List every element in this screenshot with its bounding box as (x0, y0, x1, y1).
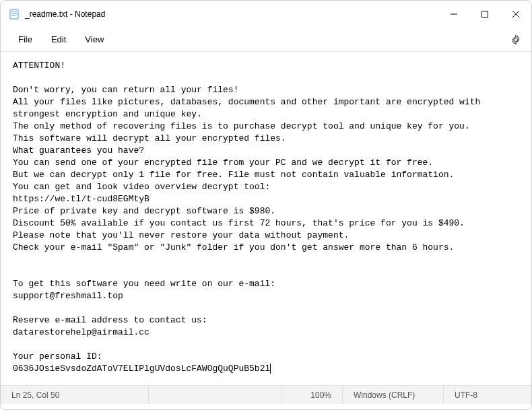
svg-rect-0 (10, 9, 18, 19)
notepad-icon (9, 9, 20, 20)
minimize-button[interactable] (438, 1, 469, 28)
menu-view[interactable]: View (75, 30, 113, 48)
svg-rect-5 (482, 11, 488, 18)
menu-file[interactable]: File (9, 30, 42, 48)
text-cursor (270, 364, 271, 374)
status-encoding: UTF-8 (444, 386, 531, 404)
status-zoom[interactable]: 100% (282, 386, 343, 404)
statusbar: Ln 25, Col 50 100% Windows (CRLF) UTF-8 (1, 385, 531, 404)
settings-button[interactable] (508, 32, 523, 47)
status-position: Ln 25, Col 50 (1, 386, 149, 404)
menubar: File Edit View (1, 28, 531, 52)
maximize-button[interactable] (469, 1, 500, 28)
close-button[interactable] (500, 1, 531, 28)
titlebar: _readme.txt - Notepad (1, 1, 531, 28)
status-eol: Windows (CRLF) (343, 386, 444, 404)
window-title: _readme.txt - Notepad (25, 9, 105, 19)
text-area[interactable]: ATTENTION! Don't worry, you can return a… (1, 52, 531, 385)
menu-edit[interactable]: Edit (42, 30, 75, 48)
document-text: ATTENTION! Don't worry, you can return a… (13, 61, 480, 374)
